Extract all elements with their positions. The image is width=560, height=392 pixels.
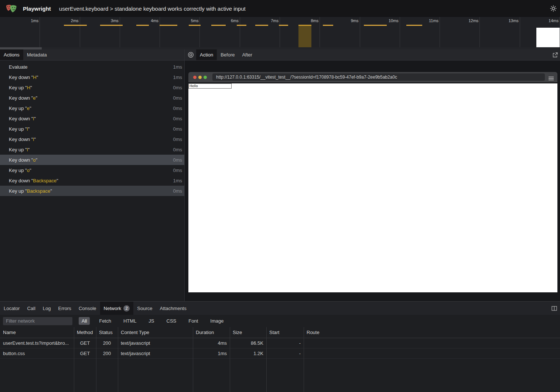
quote-mark: " xyxy=(36,157,38,163)
action-list-item[interactable]: Key down "l"0ms xyxy=(0,134,184,144)
action-duration: 0ms xyxy=(173,126,182,132)
url-bar: http://127.0.0.1:63315/__vitest_test__/?… xyxy=(212,73,545,81)
network-count-badge: 2 xyxy=(123,305,130,312)
filter-button-image[interactable]: Image xyxy=(207,317,226,325)
action-title: Key up "o" xyxy=(9,168,31,173)
test-title: userEvent.keyboard > standalone keyboard… xyxy=(59,6,246,12)
action-list-item[interactable]: Key up "o"0ms xyxy=(0,165,184,175)
action-list-item[interactable]: Key up "H"0ms xyxy=(0,82,184,93)
network-column-header: Size xyxy=(230,330,266,335)
tab-console[interactable]: Console xyxy=(75,302,100,315)
quote-mark: " xyxy=(34,137,36,142)
tab-network[interactable]: Network2 xyxy=(100,302,134,315)
timeline-snapshot-thumbnail[interactable] xyxy=(536,28,560,47)
tab-actions[interactable]: Actions xyxy=(0,49,23,60)
action-list-item[interactable]: Key down "H"1ms xyxy=(0,72,184,82)
action-list-item[interactable]: Evaluate1ms xyxy=(0,62,184,72)
network-cell: 200 xyxy=(96,340,118,346)
action-timeline-tick xyxy=(406,25,422,26)
table-column-divider xyxy=(230,327,230,392)
timeline[interactable]: 1ms2ms3ms4ms5ms6ms7ms8ms9ms10ms11ms12ms1… xyxy=(0,17,560,47)
filter-button-html[interactable]: HTML xyxy=(120,317,139,325)
tab-attachments[interactable]: Attachments xyxy=(156,302,190,315)
key-name: o xyxy=(33,157,35,163)
bottom-tabs-slot: LocatorCallLogErrorsConsoleNetwork2Sourc… xyxy=(0,302,190,315)
action-list: Evaluate1msKey down "H"1msKey up "H"0msK… xyxy=(0,61,184,196)
tab-log[interactable]: Log xyxy=(39,302,55,315)
settings-gear-icon[interactable] xyxy=(550,5,557,12)
url-text: http://127.0.0.1:63315/__vitest_test__/?… xyxy=(216,75,397,80)
network-column-header: Route xyxy=(304,330,560,335)
network-column-header: Status xyxy=(96,330,118,335)
tab-call[interactable]: Call xyxy=(23,302,39,315)
action-duration: 0ms xyxy=(173,95,182,101)
quote-mark: " xyxy=(24,188,27,194)
quote-mark: " xyxy=(36,95,38,101)
table-column-divider xyxy=(118,327,118,392)
network-table-header: NameMethodStatusContent TypeDurationSize… xyxy=(0,327,560,338)
tab-source[interactable]: Source xyxy=(133,302,156,315)
network-filter-input[interactable] xyxy=(3,317,72,325)
network-cell: text/javascript xyxy=(118,340,193,346)
action-title: Key down "Backspace" xyxy=(9,178,58,183)
snapshot-tabbar: ActionBeforeAfter xyxy=(185,49,560,61)
network-cell: button.css xyxy=(0,351,74,356)
action-list-item[interactable]: Key down "o"0ms xyxy=(0,155,184,165)
action-timeline-tick xyxy=(364,25,387,26)
network-cell: GET xyxy=(74,351,96,356)
action-timeline-tick xyxy=(189,25,201,26)
tab-metadata[interactable]: Metadata xyxy=(23,49,51,60)
snapshot-page xyxy=(188,83,557,292)
filter-button-all[interactable]: All xyxy=(79,317,90,325)
tab-before[interactable]: Before xyxy=(217,49,238,60)
key-name: Backspace xyxy=(27,188,51,194)
page-text-input[interactable] xyxy=(188,83,232,89)
table-column-divider xyxy=(304,327,304,392)
network-cell: text/javascript xyxy=(118,351,193,356)
network-request-row[interactable]: userEvent.test.ts?import&bro...GET200tex… xyxy=(0,338,560,348)
action-list-item[interactable]: Key down "Backspace"1ms xyxy=(0,175,184,186)
pick-locator-target-icon[interactable] xyxy=(185,49,196,60)
action-list-item[interactable]: Key down "l"0ms xyxy=(0,113,184,124)
filter-buttons-slot: AllFetchHTMLJSCSSFontImage xyxy=(72,317,226,325)
network-cell: 1.2K xyxy=(230,351,266,356)
action-list-item[interactable]: Key down "e"0ms xyxy=(0,93,184,103)
action-list-item[interactable]: Key up "l"0ms xyxy=(0,124,184,134)
hamburger-menu-icon xyxy=(549,75,554,82)
action-list-item[interactable]: Key up "Backspace"0ms xyxy=(0,186,184,196)
network-request-row[interactable]: button.cssGET200text/javascript1ms1.2K- xyxy=(0,348,560,359)
action-duration: 1ms xyxy=(173,178,182,183)
network-cell: userEvent.test.ts?import&bro... xyxy=(0,340,74,346)
action-duration: 1ms xyxy=(173,75,182,80)
tab-after[interactable]: After xyxy=(238,49,256,60)
tab-locator[interactable]: Locator xyxy=(0,302,23,315)
quote-mark: " xyxy=(30,106,31,111)
filter-button-fetch[interactable]: Fetch xyxy=(96,317,114,325)
browser-snapshot: http://127.0.0.1:63315/__vitest_test__/?… xyxy=(188,72,557,292)
tab-errors[interactable]: Errors xyxy=(54,302,75,315)
action-list-item[interactable]: Key up "l"0ms xyxy=(0,144,184,155)
quote-mark: " xyxy=(30,85,32,90)
split-columns-icon[interactable] xyxy=(552,302,560,315)
filter-button-css[interactable]: CSS xyxy=(164,317,180,325)
network-table: NameMethodStatusContent TypeDurationSize… xyxy=(0,327,560,392)
action-duration: 0ms xyxy=(173,106,182,111)
snapshot-tabs-slot: ActionBeforeAfter xyxy=(196,49,256,60)
action-duration: 0ms xyxy=(173,137,182,142)
key-name: e xyxy=(27,106,30,111)
action-duration: 0ms xyxy=(173,157,182,163)
action-list-item[interactable]: Key up "e"0ms xyxy=(0,103,184,113)
tab-action[interactable]: Action xyxy=(196,49,217,60)
open-snapshot-external-icon[interactable] xyxy=(553,49,558,60)
quote-mark: " xyxy=(37,75,38,80)
timeline-selected-range[interactable] xyxy=(298,25,311,47)
quote-mark: " xyxy=(24,168,27,173)
traffic-light-red xyxy=(193,76,197,79)
key-name: e xyxy=(33,95,35,101)
action-title: Key down "o" xyxy=(9,157,37,163)
key-name: H xyxy=(33,75,36,80)
table-column-divider xyxy=(96,327,96,392)
action-title: Evaluate xyxy=(9,64,28,70)
filter-button-font[interactable]: Font xyxy=(185,317,201,325)
filter-button-js[interactable]: JS xyxy=(146,317,157,325)
